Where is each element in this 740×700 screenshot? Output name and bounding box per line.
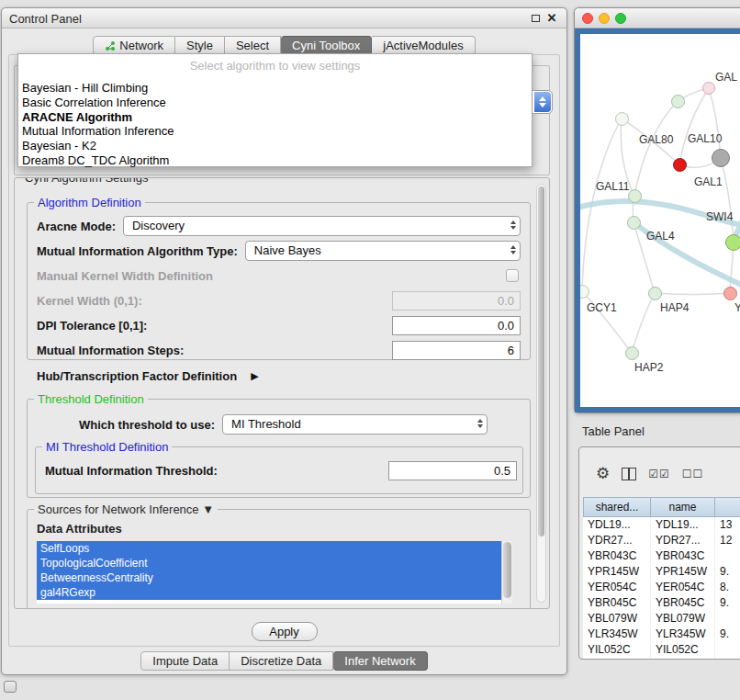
dpi-tolerance-row: DPI Tolerance [0,1]: 0.0	[37, 315, 521, 335]
network-node[interactable]	[627, 216, 641, 230]
dropdown-option-bayesian-hill[interactable]: Bayesian - Hill Climbing	[18, 81, 532, 96]
dropdown-option-dream8[interactable]: Dream8 DC_TDC Algorithm	[18, 153, 532, 168]
network-node[interactable]	[576, 285, 589, 299]
tab-infer-network[interactable]: Infer Network	[333, 651, 427, 671]
sources-group-title[interactable]: Sources for Network Inference ▼	[34, 502, 218, 516]
table-row[interactable]: YBR045CYBR045C9.	[583, 595, 740, 611]
network-node[interactable]	[615, 112, 629, 126]
tab-select[interactable]: Select	[225, 36, 281, 55]
mi-threshold-field[interactable]: 0.5	[388, 461, 517, 480]
table-cell: YBR043C	[583, 548, 651, 564]
tab-cyni-toolbox[interactable]: Cyni Toolbox	[281, 36, 372, 55]
algorithm-select-fragment[interactable]	[532, 90, 553, 114]
table-row[interactable]: YBR043CYBR043C	[583, 548, 740, 564]
dpi-tolerance-label: DPI Tolerance [0,1]:	[37, 319, 385, 333]
table-cell: YDR27...	[583, 533, 651, 548]
mi-steps-field[interactable]: 6	[392, 341, 521, 360]
close-window-icon[interactable]	[582, 13, 593, 24]
mi-type-label: Mutual Information Algorithm Type:	[37, 244, 238, 258]
network-node[interactable]	[725, 234, 740, 251]
tab-network-label: Network	[119, 37, 163, 54]
network-node[interactable]	[702, 82, 715, 95]
column-header-extra[interactable]	[715, 497, 740, 517]
table-row[interactable]: YLR345WYLR345W9.	[583, 627, 740, 642]
table-row[interactable]: YDL19...YDL19...13	[583, 517, 740, 533]
which-threshold-select[interactable]: MI Threshold	[222, 414, 488, 435]
list-scrollbar[interactable]	[501, 541, 512, 604]
network-node[interactable]	[723, 287, 737, 300]
table-cell: 8.	[715, 580, 740, 595]
aracne-mode-select[interactable]: Discovery	[123, 216, 521, 236]
table-row[interactable]: YDR27...YDR27...12	[583, 533, 740, 548]
manual-kernel-row: Manual Kernel Width Definition	[37, 265, 521, 286]
unselect-all-columns-icon[interactable]: ☐☐	[682, 468, 704, 480]
dropdown-option-aracne[interactable]: ARACNE Algorithm	[18, 110, 532, 125]
network-node[interactable]	[628, 189, 642, 203]
dropdown-option-bayesian-k2[interactable]: Bayesian - K2	[18, 139, 532, 153]
mi-type-select[interactable]: Naive Bayes	[245, 241, 521, 261]
columns-icon[interactable]	[622, 468, 636, 480]
tab-jactivemodules[interactable]: jActiveModules	[372, 36, 475, 55]
tab-style[interactable]: Style	[175, 36, 225, 55]
table-cell: YBR043C	[651, 548, 715, 564]
network-node-selected-red[interactable]	[673, 158, 687, 172]
network-icon	[105, 40, 116, 51]
zoom-window-icon[interactable]	[615, 13, 626, 24]
select-all-columns-icon[interactable]: ☑☑	[648, 468, 670, 480]
minimized-panel-icon[interactable]	[4, 681, 17, 693]
table-cell: 13	[715, 517, 740, 533]
table-cell: 9.	[715, 595, 740, 611]
network-node[interactable]	[648, 287, 662, 300]
settings-group-title: Cyni Algorithm Settings	[21, 177, 151, 185]
mi-threshold-label: Mutual Information Threshold:	[45, 464, 381, 478]
chevron-updown-icon	[534, 92, 551, 112]
table-row[interactable]: YER054CYER054C8.	[583, 580, 740, 595]
tab-select-label: Select	[236, 37, 269, 54]
table-row[interactable]: YBL079WYBL079W	[583, 611, 740, 627]
network-node-label: HAP4	[660, 301, 689, 314]
dpi-tolerance-field[interactable]: 0.0	[392, 316, 521, 335]
apply-button[interactable]: Apply	[252, 622, 318, 641]
scrollbar-thumb[interactable]	[503, 542, 511, 598]
dropdown-option-mutual-information[interactable]: Mutual Information Inference	[18, 124, 532, 139]
cyni-algorithm-settings-group: Cyni Algorithm Settings Algorithm Defini…	[14, 177, 550, 609]
table-row[interactable]: YIL052CYIL052C	[583, 642, 740, 658]
float-panel-icon[interactable]	[528, 11, 543, 26]
network-window-titlebar	[575, 8, 740, 28]
control-panel-window: Control Panel ✕ Network Style Select Cyn…	[1, 7, 567, 675]
hub-definition-section[interactable]: Hub/Transcription Factor Definition ▶	[37, 369, 259, 383]
table-cell	[715, 642, 740, 658]
network-node[interactable]	[712, 149, 730, 167]
table-cell: YDL19...	[651, 517, 715, 533]
expand-right-arrow-icon[interactable]: ▶	[251, 370, 258, 382]
tab-discretize-data[interactable]: Discretize Data	[230, 651, 333, 671]
mi-threshold-row: Mutual Information Threshold: 0.5	[45, 461, 517, 480]
float-square-icon	[532, 15, 540, 22]
algorithm-dropdown-popup: Select algorithm to view settings Bayesi…	[17, 53, 533, 167]
collapse-down-arrow-icon[interactable]: ▼	[202, 502, 214, 516]
tab-network[interactable]: Network	[93, 36, 175, 55]
minimize-window-icon[interactable]	[599, 13, 610, 24]
list-item-topologicalcoefficient[interactable]: TopologicalCoefficient	[37, 556, 501, 570]
scrollbar-thumb[interactable]	[538, 186, 544, 536]
list-item-selfloops[interactable]: SelfLoops	[37, 541, 501, 556]
network-node[interactable]	[671, 95, 685, 108]
list-item-gal4rgexp[interactable]: gal4RGexp	[37, 585, 501, 600]
table-cell: YPR145W	[651, 564, 715, 580]
network-canvas[interactable]: GAL GAL80 GAL10 GAL11 GAL1 SWI4 GAL4 GCY…	[575, 28, 740, 412]
column-header-name[interactable]: name	[651, 497, 715, 517]
dropdown-option-basic-correlation[interactable]: Basic Correlation Inference	[18, 96, 532, 110]
tab-impute-data[interactable]: Impute Data	[140, 651, 230, 671]
column-header-shared-name[interactable]: shared...	[583, 497, 651, 517]
network-node[interactable]	[625, 346, 639, 360]
chevron-updown-icon	[510, 244, 516, 255]
list-item-betweennesscentrality[interactable]: BetweennessCentrality	[37, 570, 501, 585]
table-toolbar: ⚙ ☑☑ ☐☐	[596, 466, 703, 481]
hub-definition-label: Hub/Transcription Factor Definition	[37, 369, 237, 383]
gear-icon[interactable]: ⚙	[596, 466, 610, 481]
table-row[interactable]: YPR145WYPR145W9.	[583, 564, 740, 580]
table-cell: YBR045C	[583, 595, 651, 611]
settings-scrollbar[interactable]	[536, 184, 546, 603]
close-panel-icon[interactable]: ✕	[544, 11, 559, 26]
mi-threshold-definition-group: MI Threshold Definition Mutual Informati…	[35, 446, 523, 494]
